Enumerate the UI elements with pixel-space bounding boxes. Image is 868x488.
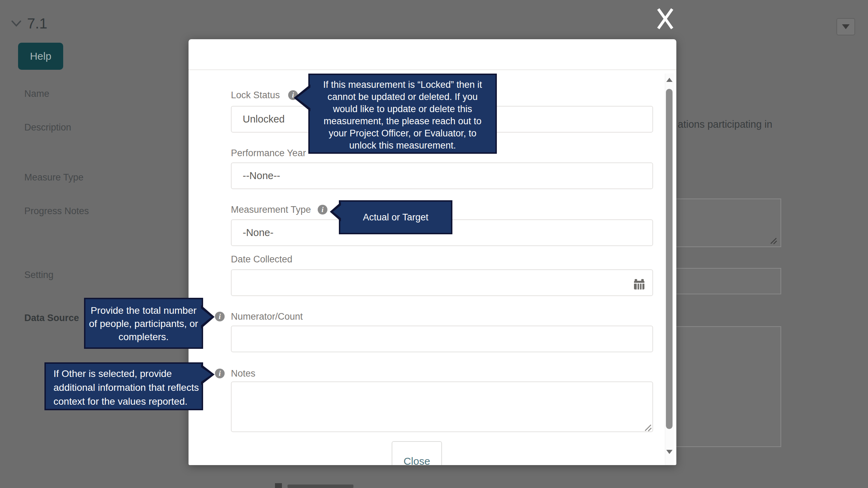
partial-checkbox-label	[287, 485, 353, 488]
triangle-down-icon	[666, 450, 673, 454]
numerator-info-icon[interactable]: i	[215, 312, 225, 321]
tooltip-line: unlock this measurement.	[310, 140, 495, 152]
numerator-input[interactable]	[231, 326, 653, 352]
notes-info-icon[interactable]: i	[215, 369, 225, 378]
tooltip-line: Actual or Target	[340, 202, 451, 233]
bg-label-progress-notes: Progress Notes	[24, 206, 89, 217]
bg-data-source-box-fragment	[676, 326, 781, 447]
lock-status-label: Lock Status	[231, 90, 280, 101]
textarea-resize-handle[interactable]	[643, 423, 652, 432]
resize-handle-icon	[769, 237, 778, 245]
chevron-down-icon[interactable]	[11, 20, 22, 27]
numerator-tooltip-arrow	[201, 305, 215, 329]
bg-progress-notes-textarea-fragment	[676, 199, 781, 247]
close-button[interactable]: Close	[392, 441, 442, 465]
tooltip-line: If Other is selected, provide	[53, 367, 202, 381]
bg-label-measure-type: Measure Type	[24, 172, 84, 183]
tooltip-line: completers.	[85, 330, 202, 344]
section-label: 7.1	[27, 15, 47, 32]
performance-year-field[interactable]: --None--	[231, 162, 653, 189]
modal-header-divider	[189, 69, 676, 70]
notes-label: Notes	[231, 368, 256, 379]
help-button[interactable]: Help	[18, 43, 63, 70]
performance-year-label: Performance Year	[231, 148, 306, 159]
tooltip-line: your Project Officer, or Evaluator, to	[310, 127, 495, 140]
tooltip-line: cannot be updated or deleted. If you	[310, 91, 495, 103]
numerator-tooltip: Provide the total number of people, part…	[84, 298, 203, 349]
bg-setting-input-fragment	[676, 268, 781, 294]
lock-status-tooltip: If this measurement is “Locked” then it …	[308, 74, 497, 154]
bg-label-description: Description	[24, 122, 71, 133]
calendar-icon[interactable]	[633, 278, 645, 291]
date-collected-input[interactable]	[231, 269, 653, 296]
bg-label-data-source: Data Source	[24, 313, 79, 323]
measurement-type-info-icon[interactable]: i	[318, 205, 327, 214]
bg-label-name: Name	[24, 89, 49, 99]
numerator-label: Numerator/Count	[231, 311, 303, 322]
description-text-fragment: ations participating in	[678, 119, 772, 130]
tooltip-line: Provide the total number	[85, 304, 202, 317]
measurement-type-label: Measurement Type	[231, 204, 311, 215]
close-icon[interactable]	[656, 7, 674, 31]
tooltip-line: If this measurement is “Locked” then it	[310, 79, 495, 91]
caret-down-icon	[842, 24, 850, 29]
bg-label-setting: Setting	[24, 270, 53, 280]
notes-tooltip-arrow	[201, 364, 215, 385]
notes-tooltip: If Other is selected, provide additional…	[44, 362, 203, 410]
bg-dropdown-button	[836, 18, 855, 35]
modal-scrollbar-thumb[interactable]	[666, 89, 673, 429]
tooltip-line: would like to update or delete this	[310, 103, 495, 115]
scroll-up-arrow[interactable]	[666, 77, 673, 83]
tooltip-line: of people, participants, or	[85, 317, 202, 330]
triangle-up-icon	[666, 78, 673, 82]
measurement-type-tooltip-arrow	[330, 202, 341, 221]
scroll-down-arrow[interactable]	[666, 449, 673, 455]
tooltip-line: additional information that reflects	[53, 381, 202, 395]
measurement-type-tooltip: Actual or Target	[339, 200, 452, 234]
tooltip-line: measurement, the please reach out to	[310, 115, 495, 127]
notes-textarea[interactable]	[231, 381, 653, 432]
lock-status-tooltip-arrow	[294, 84, 310, 111]
date-collected-label: Date Collected	[231, 254, 292, 265]
partial-checkbox	[275, 483, 282, 488]
tooltip-line: context for the values reported.	[53, 395, 202, 409]
